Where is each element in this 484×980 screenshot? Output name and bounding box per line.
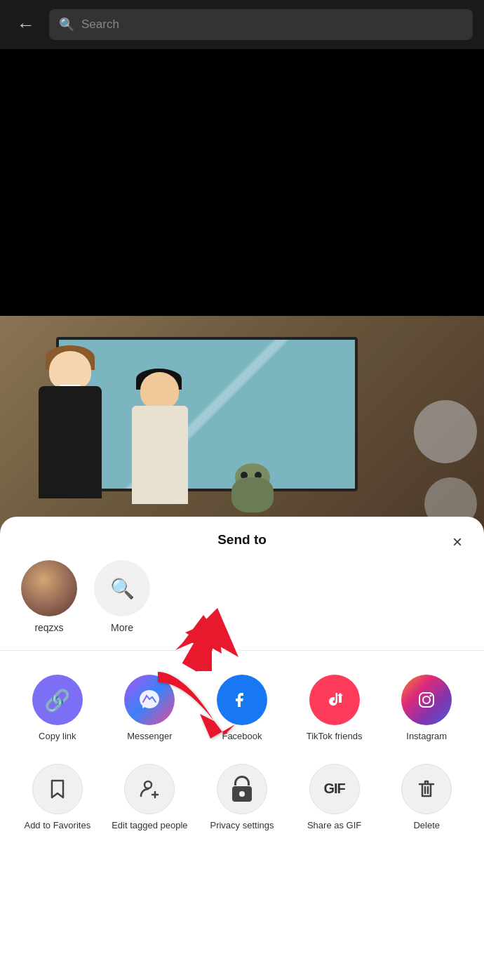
share-grid-row2: Add to Favorites Edit tagged people bbox=[0, 757, 484, 853]
top-bar: ← 🔍 Search bbox=[0, 0, 484, 49]
svg-point-4 bbox=[423, 696, 430, 703]
delete-icon bbox=[401, 764, 452, 814]
gif-icon: GIF bbox=[309, 764, 360, 814]
privacy-label: Privacy settings bbox=[210, 820, 274, 832]
recipient-name-more: More bbox=[111, 622, 133, 633]
character-2 bbox=[126, 372, 196, 534]
more-search-button[interactable]: 🔍 bbox=[94, 560, 150, 616]
svg-point-5 bbox=[430, 695, 432, 697]
char1-body bbox=[39, 386, 102, 498]
facebook-label: Facebook bbox=[222, 731, 262, 743]
delete-label: Delete bbox=[413, 820, 440, 832]
share-item-delete[interactable]: Delete bbox=[380, 757, 473, 839]
tiktok-icon bbox=[309, 675, 360, 725]
sheet-title: Send to bbox=[217, 532, 267, 548]
chain-icon: 🔗 bbox=[44, 688, 70, 713]
share-item-privacy[interactable]: Privacy settings bbox=[196, 757, 288, 839]
search-placeholder: Search bbox=[81, 18, 119, 32]
character-1 bbox=[35, 351, 112, 534]
instagram-icon bbox=[401, 675, 452, 725]
video-frame bbox=[0, 316, 484, 534]
share-item-copy-link[interactable]: 🔗 Copy link bbox=[11, 668, 104, 750]
recipient-name-reqzxs: reqzxs bbox=[34, 622, 63, 633]
lock-hole bbox=[239, 791, 245, 797]
instagram-label: Instagram bbox=[406, 731, 447, 743]
privacy-icon bbox=[217, 764, 267, 814]
messenger-label: Messenger bbox=[127, 731, 172, 743]
favorites-label: Add to Favorites bbox=[24, 820, 90, 832]
close-button[interactable]: × bbox=[445, 529, 470, 555]
share-item-instagram[interactable]: Instagram bbox=[380, 668, 473, 750]
recipient-item-reqzxs[interactable]: reqzxs bbox=[21, 560, 77, 633]
sheet-header: Send to × bbox=[0, 517, 484, 560]
search-icon: 🔍 bbox=[59, 17, 74, 32]
tiktok-label: TikTok friends bbox=[307, 731, 363, 743]
video-area bbox=[0, 49, 484, 534]
back-button[interactable]: ← bbox=[11, 8, 41, 41]
lock-shackle bbox=[234, 776, 250, 786]
video-top-black bbox=[0, 49, 484, 316]
avatar-gradient bbox=[21, 560, 77, 616]
char1-head bbox=[49, 351, 91, 390]
svg-marker-2 bbox=[337, 693, 343, 703]
avatar-reqzxs bbox=[21, 560, 77, 616]
share-item-favorites[interactable]: Add to Favorites bbox=[11, 757, 104, 839]
lock-body bbox=[232, 786, 252, 802]
copy-link-icon: 🔗 bbox=[32, 675, 83, 725]
circle-overlay-1 bbox=[414, 400, 477, 463]
svg-point-6 bbox=[144, 781, 152, 788]
char2-body bbox=[132, 406, 188, 504]
copy-link-label: Copy link bbox=[39, 731, 76, 743]
gif-label: Share as GIF bbox=[307, 820, 361, 832]
creature bbox=[224, 463, 281, 512]
share-item-tiktok[interactable]: TikTok friends bbox=[288, 668, 381, 750]
creature-body bbox=[231, 477, 274, 512]
tagged-icon bbox=[124, 764, 175, 814]
gif-text: GIF bbox=[323, 781, 344, 797]
search-bar[interactable]: 🔍 Search bbox=[49, 9, 473, 40]
recipient-item-more[interactable]: 🔍 More bbox=[94, 560, 150, 633]
tagged-label: Edit tagged people bbox=[112, 820, 187, 832]
share-item-tagged[interactable]: Edit tagged people bbox=[104, 757, 196, 839]
bottom-sheet: Send to × reqzxs 🔍 More 🔗 Copy link bbox=[0, 517, 484, 980]
share-item-gif[interactable]: GIF Share as GIF bbox=[288, 757, 381, 839]
red-arrow bbox=[161, 601, 246, 685]
lock-icon bbox=[232, 776, 252, 802]
char2-head bbox=[140, 372, 179, 409]
favorites-icon bbox=[32, 764, 83, 814]
